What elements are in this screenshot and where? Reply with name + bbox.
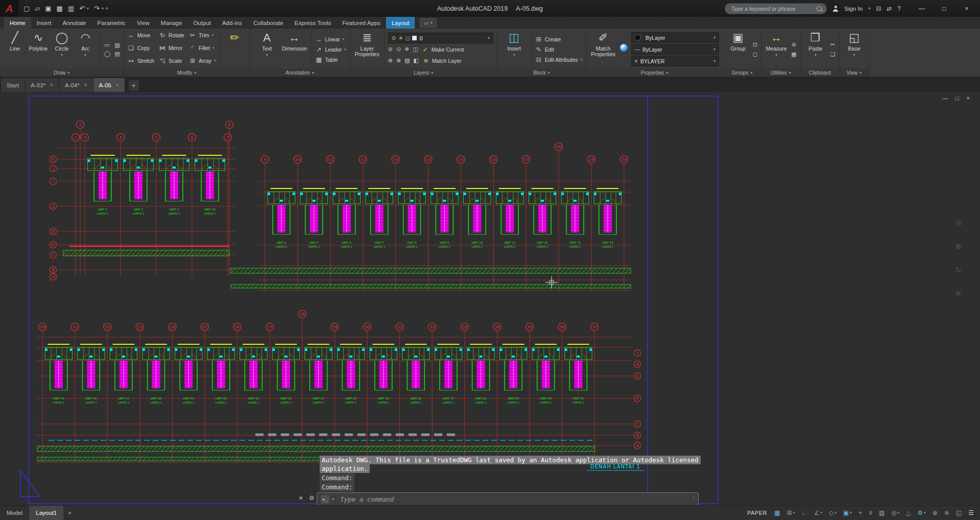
base-view-button[interactable]: ◱ Base ▾ (843, 30, 866, 68)
chevron-down-icon[interactable]: ▾ (488, 36, 490, 40)
zoom-icon[interactable]: ≋ (955, 289, 962, 297)
command-prompt-icon[interactable]: ▸_ (321, 495, 329, 504)
help-icon[interactable]: ? (897, 5, 901, 12)
ribbon-tab[interactable]: Express Tools (289, 17, 337, 29)
file-tab[interactable]: Start × (1, 78, 25, 92)
layer-unisolate-icon[interactable]: ⊕ (388, 57, 393, 64)
layout1-tab[interactable]: Layout1 (29, 506, 63, 520)
ellipse-icon[interactable]: ◯ (104, 51, 110, 57)
pan-icon[interactable]: ⊕ (955, 242, 962, 250)
annotation-tool-button[interactable]: ↔ Dimension ▾ (281, 30, 308, 68)
layer-thaw-all-icon[interactable]: ⊗ (396, 57, 401, 64)
cut-icon[interactable]: ✂ (830, 41, 835, 48)
modify-tool-button[interactable]: ◹ Scale ▾ (159, 56, 184, 66)
layers-panel-label[interactable]: Layers▾ (350, 68, 497, 77)
quick-calc-icon[interactable]: ▦ (791, 51, 796, 58)
drawing-minimize-icon[interactable]: — (942, 95, 948, 101)
close-button[interactable]: × (955, 0, 978, 17)
app-logo[interactable]: A (0, 0, 18, 17)
exchange-apps-icon[interactable]: ⇄ (887, 5, 892, 12)
ribbon-tab[interactable]: Featured Apps (337, 17, 386, 29)
drawing-area[interactable]: 12345678KJIGEDCBAUNIT 1LANTAI 1UNIT 2LAN… (0, 92, 980, 506)
command-close-icon[interactable]: × (299, 494, 303, 502)
insert-block-button[interactable]: ◫ Insert ▾ (501, 30, 528, 68)
view-panel-label[interactable]: View▾ (840, 68, 869, 77)
ribbon-tab[interactable]: Annotate (57, 17, 91, 29)
property-select[interactable]: ≡ BYLAYER ▾ (631, 56, 719, 66)
ribbon-tab[interactable]: Insert (31, 17, 57, 29)
draw-tool-button[interactable]: ◠ Arc ▾ (74, 30, 97, 68)
search-box[interactable] (725, 3, 827, 14)
ribbon-tab[interactable]: Layout (386, 17, 415, 29)
object-snap-icon[interactable]: ▣ ▾ (843, 509, 852, 516)
tab-close-icon[interactable]: × (84, 82, 87, 88)
gradient-icon[interactable]: ▤ (114, 51, 119, 57)
layer-off-icon[interactable]: ⊘ (388, 46, 393, 53)
modify-tool-button[interactable]: ↔ Move ▾ (128, 30, 154, 40)
command-bar[interactable]: ▸_ ▾ ˆ (317, 492, 699, 506)
customization-icon[interactable]: ☰ ▾ (968, 509, 974, 516)
modify-tool-button[interactable]: ↻ Rotate ▾ (159, 30, 184, 40)
hatch-icon[interactable]: ▨ (114, 42, 119, 49)
object-snap-tracking-icon[interactable]: + ▾ (858, 509, 862, 516)
quick-select-icon[interactable]: ⊚ (792, 41, 796, 48)
command-input[interactable] (339, 495, 690, 504)
undo-icon[interactable]: ↶ (79, 5, 85, 12)
layer-on-icon[interactable]: ⊙ (392, 35, 396, 41)
draw-tool-button[interactable]: ∿ Polyline ▾ (27, 30, 50, 68)
match-layer-button[interactable]: ≋ Match Layer (422, 56, 462, 66)
ribbon-tab[interactable]: Parametric (92, 17, 132, 29)
file-tab[interactable]: A-05 × (93, 78, 125, 92)
annotation-visibility-icon[interactable]: △ ▾ (906, 509, 911, 516)
snap-icon[interactable]: ⊞ ▾ (787, 509, 795, 516)
erase-button[interactable]: ✏ (224, 30, 246, 68)
material-sphere-icon[interactable] (620, 44, 628, 52)
polar-tracking-icon[interactable]: ∠ ▾ (814, 509, 822, 516)
save-as-icon[interactable]: ▩ (57, 5, 63, 12)
redo-dropdown-icon[interactable]: ▾ (102, 6, 104, 11)
block-small-button[interactable]: ✎ Edit ▾ (535, 44, 582, 55)
measure-button[interactable]: ↔ Measure ▾ (765, 30, 787, 68)
ribbon-tab[interactable]: Output (187, 17, 217, 29)
tab-close-icon[interactable]: × (116, 82, 119, 88)
steering-wheel-icon[interactable]: ◎ (955, 219, 962, 227)
save-icon[interactable]: ▣ (45, 5, 51, 12)
ribbon-display-toggle[interactable]: ▭ ▾ (420, 18, 437, 28)
properties-panel-label[interactable]: Properties▾ (586, 68, 723, 77)
copy-clip-icon[interactable]: ❏ (830, 51, 835, 58)
drawing-restore-icon[interactable]: □ (955, 95, 959, 101)
modify-tool-button[interactable]: ⊞ Array ▾ (189, 56, 216, 66)
sign-in-dropdown-icon[interactable]: ▾ (868, 6, 870, 11)
transparency-icon[interactable]: ▨ ▾ (879, 509, 885, 516)
clipboard-panel-label[interactable]: Clipboard (801, 68, 839, 77)
layer-lock-icon[interactable]: ◻ (405, 35, 410, 41)
ungroup-icon[interactable]: ⊡ (753, 41, 757, 48)
undo-dropdown-icon[interactable]: ▾ (87, 6, 89, 11)
drawing-close-icon[interactable]: × (967, 95, 970, 101)
draw-tool-button[interactable]: ◯ Circle ▾ (51, 30, 73, 68)
modify-tool-button[interactable]: ↦ Stretch ▾ (128, 56, 154, 66)
modify-tool-button[interactable]: ⋈ Mirror ▾ (159, 43, 184, 53)
layer-walk-icon[interactable]: ▨ (404, 57, 410, 64)
layer-thaw-icon[interactable]: ☀ (398, 35, 403, 41)
workspace-icon[interactable]: ⚙ ▾ (917, 509, 925, 516)
layer-properties-button[interactable]: ≣ Layer Properties (354, 30, 380, 68)
redo-icon[interactable]: ↷ (94, 5, 100, 12)
open-file-icon[interactable]: ▱ (35, 5, 40, 12)
clean-screen-icon[interactable]: ◱ ▾ (956, 509, 962, 516)
recent-commands-icon[interactable]: ▾ (332, 497, 334, 502)
group-edit-icon[interactable]: ◻ (753, 51, 757, 58)
property-select[interactable]: ByLayer ▾ (631, 32, 719, 43)
selection-cycling-icon[interactable]: ◎ ▾ (891, 509, 899, 516)
layer-lock-tool-icon[interactable]: ◫ (413, 46, 418, 53)
ribbon-tab[interactable]: Manage (155, 17, 188, 29)
drawing-viewport[interactable]: 12345678KJIGEDCBAUNIT 1LANTAI 1UNIT 2LAN… (0, 92, 980, 506)
block-small-button[interactable]: ⊞ Create ▾ (535, 34, 582, 44)
file-tab[interactable]: A-03* × (25, 78, 59, 92)
layer-merge-icon[interactable]: ◧ (414, 57, 419, 64)
modify-panel-label[interactable]: Modify▾ (124, 68, 250, 77)
ribbon-tab[interactable]: View (131, 17, 155, 29)
tab-close-icon[interactable]: × (50, 82, 53, 88)
ortho-icon[interactable]: ∟ ▾ (801, 509, 807, 516)
search-input[interactable] (730, 5, 814, 12)
